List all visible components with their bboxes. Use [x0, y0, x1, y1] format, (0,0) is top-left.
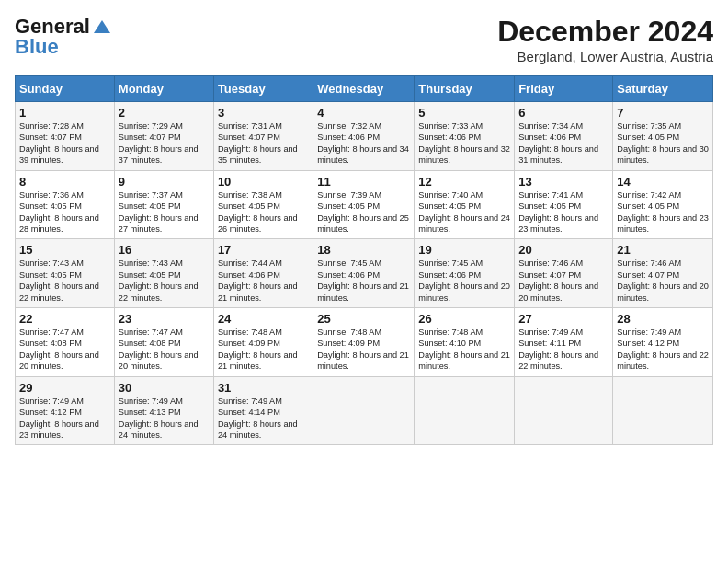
calendar-cell: 5Sunrise: 7:33 AMSunset: 4:06 PMDaylight… [415, 102, 515, 171]
cell-content: Sunrise: 7:48 AMSunset: 4:09 PMDaylight:… [218, 327, 298, 371]
calendar-cell: 4Sunrise: 7:32 AMSunset: 4:06 PMDaylight… [313, 102, 415, 171]
day-number: 29 [19, 381, 110, 395]
calendar-cell: 23Sunrise: 7:47 AMSunset: 4:08 PMDayligh… [114, 308, 213, 377]
calendar-cell: 25Sunrise: 7:48 AMSunset: 4:09 PMDayligh… [313, 308, 415, 377]
calendar-cell [613, 376, 713, 445]
day-number: 3 [218, 106, 309, 120]
cell-content: Sunrise: 7:48 AMSunset: 4:10 PMDaylight:… [418, 327, 510, 371]
calendar-cell: 8Sunrise: 7:36 AMSunset: 4:05 PMDaylight… [16, 170, 115, 239]
calendar-week-row: 8Sunrise: 7:36 AMSunset: 4:05 PMDaylight… [16, 170, 713, 239]
cell-content: Sunrise: 7:28 AMSunset: 4:07 PMDaylight:… [19, 121, 99, 165]
logo-blue: Blue [15, 35, 59, 59]
calendar-week-row: 15Sunrise: 7:43 AMSunset: 4:05 PMDayligh… [16, 239, 713, 308]
cell-content: Sunrise: 7:31 AMSunset: 4:07 PMDaylight:… [218, 121, 298, 165]
calendar-week-row: 29Sunrise: 7:49 AMSunset: 4:12 PMDayligh… [16, 376, 713, 445]
cell-content: Sunrise: 7:29 AMSunset: 4:07 PMDaylight:… [119, 121, 199, 165]
cell-content: Sunrise: 7:33 AMSunset: 4:06 PMDaylight:… [418, 121, 510, 165]
day-number: 6 [518, 106, 609, 120]
logo-icon [92, 18, 112, 35]
calendar-cell: 30Sunrise: 7:49 AMSunset: 4:13 PMDayligh… [114, 376, 213, 445]
calendar-week-row: 22Sunrise: 7:47 AMSunset: 4:08 PMDayligh… [16, 308, 713, 377]
day-number: 17 [218, 243, 309, 257]
location-title: Bergland, Lower Austria, Austria [497, 49, 713, 64]
day-number: 18 [317, 243, 410, 257]
cell-content: Sunrise: 7:45 AMSunset: 4:06 PMDaylight:… [317, 259, 409, 302]
calendar-cell: 31Sunrise: 7:49 AMSunset: 4:14 PMDayligh… [213, 376, 313, 445]
calendar-cell: 13Sunrise: 7:41 AMSunset: 4:05 PMDayligh… [515, 170, 613, 239]
day-number: 19 [418, 243, 510, 257]
day-number: 24 [218, 312, 309, 326]
day-number: 13 [518, 175, 609, 189]
day-number: 22 [19, 312, 110, 326]
day-number: 30 [119, 381, 210, 395]
day-header-monday: Monday [114, 76, 213, 102]
day-number: 26 [418, 312, 510, 326]
svg-marker-0 [94, 20, 110, 33]
cell-content: Sunrise: 7:37 AMSunset: 4:05 PMDaylight:… [119, 190, 199, 234]
calendar-cell: 16Sunrise: 7:43 AMSunset: 4:05 PMDayligh… [114, 239, 213, 308]
cell-content: Sunrise: 7:46 AMSunset: 4:07 PMDaylight:… [617, 259, 709, 302]
cell-content: Sunrise: 7:35 AMSunset: 4:05 PMDaylight:… [617, 121, 709, 165]
day-number: 1 [19, 106, 110, 120]
calendar-cell: 15Sunrise: 7:43 AMSunset: 4:05 PMDayligh… [16, 239, 115, 308]
calendar-cell: 14Sunrise: 7:42 AMSunset: 4:05 PMDayligh… [613, 170, 713, 239]
cell-content: Sunrise: 7:38 AMSunset: 4:05 PMDaylight:… [218, 190, 298, 234]
calendar-cell: 17Sunrise: 7:44 AMSunset: 4:06 PMDayligh… [213, 239, 313, 308]
calendar-cell: 2Sunrise: 7:29 AMSunset: 4:07 PMDaylight… [114, 102, 213, 171]
cell-content: Sunrise: 7:49 AMSunset: 4:13 PMDaylight:… [119, 396, 199, 440]
day-number: 7 [617, 106, 709, 120]
calendar-cell: 22Sunrise: 7:47 AMSunset: 4:08 PMDayligh… [16, 308, 115, 377]
cell-content: Sunrise: 7:32 AMSunset: 4:06 PMDaylight:… [317, 121, 409, 165]
calendar-cell: 29Sunrise: 7:49 AMSunset: 4:12 PMDayligh… [16, 376, 115, 445]
day-number: 20 [518, 243, 609, 257]
cell-content: Sunrise: 7:45 AMSunset: 4:06 PMDaylight:… [418, 259, 510, 302]
day-number: 31 [218, 381, 309, 395]
day-header-friday: Friday [515, 76, 613, 102]
day-number: 25 [317, 312, 410, 326]
cell-content: Sunrise: 7:36 AMSunset: 4:05 PMDaylight:… [19, 190, 99, 234]
calendar-header-row: SundayMondayTuesdayWednesdayThursdayFrid… [16, 76, 713, 102]
day-number: 16 [119, 243, 210, 257]
day-header-thursday: Thursday [415, 76, 515, 102]
calendar-cell: 28Sunrise: 7:49 AMSunset: 4:12 PMDayligh… [613, 308, 713, 377]
cell-content: Sunrise: 7:44 AMSunset: 4:06 PMDaylight:… [218, 259, 298, 302]
calendar-cell: 18Sunrise: 7:45 AMSunset: 4:06 PMDayligh… [313, 239, 415, 308]
day-number: 10 [218, 175, 309, 189]
calendar-cell: 7Sunrise: 7:35 AMSunset: 4:05 PMDaylight… [613, 102, 713, 171]
day-number: 21 [617, 243, 709, 257]
calendar-cell: 11Sunrise: 7:39 AMSunset: 4:05 PMDayligh… [313, 170, 415, 239]
calendar-cell: 19Sunrise: 7:45 AMSunset: 4:06 PMDayligh… [415, 239, 515, 308]
cell-content: Sunrise: 7:49 AMSunset: 4:14 PMDaylight:… [218, 396, 298, 440]
day-number: 9 [119, 175, 210, 189]
cell-content: Sunrise: 7:34 AMSunset: 4:06 PMDaylight:… [518, 121, 598, 165]
cell-content: Sunrise: 7:40 AMSunset: 4:05 PMDaylight:… [418, 190, 510, 234]
calendar-cell: 12Sunrise: 7:40 AMSunset: 4:05 PMDayligh… [415, 170, 515, 239]
title-block: December 2024 Bergland, Lower Austria, A… [497, 15, 713, 64]
day-number: 11 [317, 175, 410, 189]
cell-content: Sunrise: 7:46 AMSunset: 4:07 PMDaylight:… [518, 259, 598, 302]
cell-content: Sunrise: 7:43 AMSunset: 4:05 PMDaylight:… [19, 259, 99, 302]
cell-content: Sunrise: 7:47 AMSunset: 4:08 PMDaylight:… [19, 327, 99, 371]
day-header-saturday: Saturday [613, 76, 713, 102]
calendar-cell: 10Sunrise: 7:38 AMSunset: 4:05 PMDayligh… [213, 170, 313, 239]
day-number: 2 [119, 106, 210, 120]
cell-content: Sunrise: 7:42 AMSunset: 4:05 PMDaylight:… [617, 190, 709, 234]
calendar-cell: 9Sunrise: 7:37 AMSunset: 4:05 PMDaylight… [114, 170, 213, 239]
calendar-cell [415, 376, 515, 445]
cell-content: Sunrise: 7:49 AMSunset: 4:11 PMDaylight:… [518, 327, 598, 371]
cell-content: Sunrise: 7:43 AMSunset: 4:05 PMDaylight:… [119, 259, 199, 302]
cell-content: Sunrise: 7:41 AMSunset: 4:05 PMDaylight:… [518, 190, 598, 234]
calendar-table: SundayMondayTuesdayWednesdayThursdayFrid… [15, 75, 713, 445]
calendar-week-row: 1Sunrise: 7:28 AMSunset: 4:07 PMDaylight… [16, 102, 713, 171]
day-number: 8 [19, 175, 110, 189]
day-header-sunday: Sunday [16, 76, 115, 102]
day-number: 27 [518, 312, 609, 326]
cell-content: Sunrise: 7:49 AMSunset: 4:12 PMDaylight:… [617, 327, 709, 371]
calendar-cell: 27Sunrise: 7:49 AMSunset: 4:11 PMDayligh… [515, 308, 613, 377]
cell-content: Sunrise: 7:49 AMSunset: 4:12 PMDaylight:… [19, 396, 99, 440]
day-header-wednesday: Wednesday [313, 76, 415, 102]
calendar-cell: 20Sunrise: 7:46 AMSunset: 4:07 PMDayligh… [515, 239, 613, 308]
day-number: 28 [617, 312, 709, 326]
cell-content: Sunrise: 7:39 AMSunset: 4:05 PMDaylight:… [317, 190, 409, 234]
cell-content: Sunrise: 7:48 AMSunset: 4:09 PMDaylight:… [317, 327, 409, 371]
